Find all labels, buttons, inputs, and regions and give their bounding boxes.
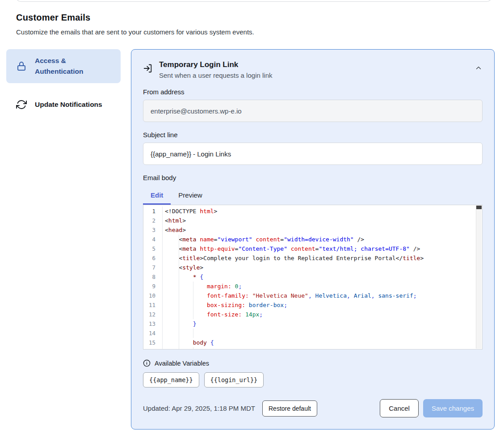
updated-timestamp: Updated: Apr 29, 2025, 1:18 PM MDT: [143, 404, 255, 412]
page-header: Customer Emails Customize the emails tha…: [16, 13, 418, 36]
subject-line-field[interactable]: [143, 143, 483, 165]
line-number: 13: [143, 319, 155, 328]
code-line[interactable]: 12 font-size: 14px;: [143, 310, 482, 319]
code-editor[interactable]: 1<!DOCTYPE html>2<html>3<head>4 <meta na…: [143, 205, 483, 350]
email-body-label: Email body: [143, 174, 483, 181]
sidebar-item-label: Update Notifications: [35, 99, 102, 110]
temporary-login-link-card: Temporary Login Link Sent when a user re…: [131, 49, 495, 430]
email-body-tabs: Edit Preview: [143, 187, 483, 205]
variable-chip[interactable]: {{app_name}}: [143, 372, 199, 387]
line-number: 4: [143, 235, 155, 244]
card-header-text: Temporary Login Link Sent when a user re…: [159, 60, 272, 79]
code-line[interactable]: 6 <title>Complete your login to the Repl…: [143, 253, 482, 263]
restore-default-button[interactable]: Restore default: [262, 400, 317, 417]
cancel-button[interactable]: Cancel: [380, 399, 419, 417]
code-line[interactable]: 8 * {: [143, 272, 482, 282]
indent-guide: [193, 282, 193, 291]
code-text: <!DOCTYPE html>: [162, 206, 482, 216]
collapse-button[interactable]: [475, 64, 483, 72]
previous-card-bottom-edge: [16, 0, 491, 2]
code-text: [162, 328, 482, 338]
code-line[interactable]: 1<!DOCTYPE html>: [143, 206, 482, 216]
editor-scrollbar[interactable]: [476, 206, 482, 349]
code-line[interactable]: 2<html>: [143, 216, 482, 225]
indent-guide: [193, 300, 193, 310]
code-text: background-color: #ffffff;: [162, 347, 482, 350]
variable-chips: {{app_name}}{{login_url}}: [143, 372, 483, 387]
indent-guide: [179, 347, 179, 350]
code-line[interactable]: 15 body {: [143, 338, 482, 347]
code-text: box-sizing: border-box;: [162, 300, 482, 310]
code-text: <meta http-equiv="Content-Type" content=…: [162, 244, 482, 253]
sidebar-item-update-notifications[interactable]: Update Notifications: [6, 93, 121, 116]
code-line[interactable]: 3<head>: [143, 225, 482, 235]
page-title: Customer Emails: [16, 13, 418, 23]
save-changes-button[interactable]: Save changes: [423, 399, 483, 417]
line-number: 7: [143, 263, 155, 272]
card-footer: Updated: Apr 29, 2025, 1:18 PM MDT Resto…: [143, 399, 483, 417]
code-text: * {: [162, 272, 482, 282]
indent-guide: [179, 300, 179, 310]
indent-guide: [179, 291, 179, 300]
code-line[interactable]: 7 <style>: [143, 263, 482, 272]
indent-guide: [179, 328, 179, 338]
code-line[interactable]: 14: [143, 328, 482, 338]
code-text: margin: 0;: [162, 282, 482, 291]
available-variables-header: Available Variables: [143, 359, 483, 367]
line-number: 2: [143, 216, 155, 225]
from-address-field[interactable]: [143, 100, 483, 122]
page-subtitle: Customize the emails that are sent to yo…: [16, 28, 418, 36]
indent-guide: [179, 310, 179, 319]
from-address-label: From address: [143, 88, 483, 96]
card-subtitle: Sent when a user requests a login link: [159, 72, 272, 79]
indent-guide: [179, 235, 179, 244]
line-number: 12: [143, 310, 155, 319]
indent-guide: [179, 282, 179, 291]
code-text: <head>: [162, 225, 482, 235]
line-number: 9: [143, 282, 155, 291]
code-text: font-family: "Helvetica Neue", Helvetica…: [162, 291, 482, 300]
scrollbar-thumb[interactable]: [476, 206, 482, 209]
content-layout: Access & Authentication Update Notificat…: [6, 49, 495, 430]
code-text: <meta name="viewport" content="width=dev…: [162, 235, 482, 244]
line-number: 14: [143, 328, 155, 338]
indent-guide: [179, 272, 179, 282]
code-line[interactable]: 9 margin: 0;: [143, 282, 482, 291]
code-line[interactable]: 11 box-sizing: border-box;: [143, 300, 482, 310]
indent-guide: [179, 338, 179, 347]
login-icon: [143, 63, 153, 73]
indent-guide: [179, 253, 179, 263]
available-variables-label: Available Variables: [155, 360, 209, 367]
code-line[interactable]: 4 <meta name="viewport" content="width=d…: [143, 235, 482, 244]
code-text: font-size: 14px;: [162, 310, 482, 319]
code-line[interactable]: 13 }: [143, 319, 482, 328]
refresh-icon: [16, 99, 27, 110]
card-title: Temporary Login Link: [159, 60, 272, 69]
indent-guide: [193, 291, 193, 300]
line-number: 8: [143, 272, 155, 282]
chevron-up-icon: [475, 64, 483, 72]
line-number: 1: [143, 206, 155, 216]
code-text: body {: [162, 338, 482, 347]
code-text: <style>: [162, 263, 482, 272]
line-number: 3: [143, 225, 155, 235]
code-line[interactable]: 5 <meta http-equiv="Content-Type" conten…: [143, 244, 482, 253]
indent-guide: [193, 347, 193, 350]
card-header: Temporary Login Link Sent when a user re…: [143, 60, 483, 79]
lock-icon: [16, 61, 27, 72]
indent-guide: [179, 263, 179, 272]
code-text: <html>: [162, 216, 482, 225]
indent-guide: [179, 319, 179, 328]
variable-chip[interactable]: {{login_url}}: [204, 372, 264, 387]
tab-edit[interactable]: Edit: [143, 187, 171, 205]
code-line[interactable]: 16 background-color: #ffffff;: [143, 347, 482, 350]
code-text: }: [162, 319, 482, 328]
sidebar-item-access-authentication[interactable]: Access & Authentication: [6, 49, 121, 83]
code-text: <title>Complete your login to the Replic…: [162, 253, 482, 263]
line-number: 11: [143, 300, 155, 310]
indent-guide: [179, 244, 179, 253]
code-line[interactable]: 10 font-family: "Helvetica Neue", Helvet…: [143, 291, 482, 300]
sidebar-item-label: Access & Authentication: [35, 55, 97, 77]
tab-preview[interactable]: Preview: [171, 187, 210, 205]
line-number: 15: [143, 338, 155, 347]
